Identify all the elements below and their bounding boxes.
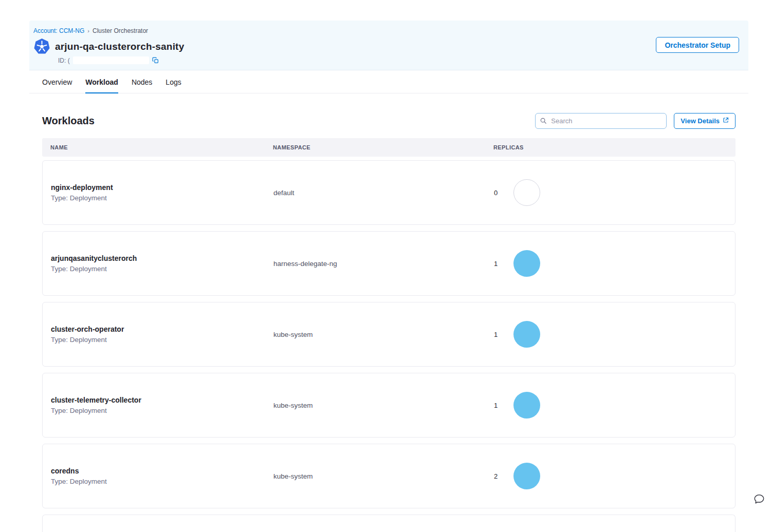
workload-name: nginx-deployment	[51, 183, 273, 192]
workload-type: Type: Deployment	[51, 265, 273, 273]
workload-type: Type: Deployment	[51, 407, 273, 414]
search-icon	[540, 117, 547, 126]
workload-rows: nginx-deployment Type: Deployment defaul…	[42, 160, 736, 508]
content-controls: View Details	[535, 113, 736, 129]
replica-circle	[513, 463, 540, 489]
replica-circle	[513, 392, 540, 419]
page-container: Account: CCM-NG › Cluster Orchestrator	[29, 21, 748, 532]
replica-count: 2	[494, 472, 499, 480]
workload-namespace: default	[273, 189, 494, 197]
table-row[interactable]: arjunqasanityclusterorch Type: Deploymen…	[42, 231, 736, 296]
page-header: Account: CCM-NG › Cluster Orchestrator	[29, 21, 748, 70]
table-header: NAME NAMESPACE REPLICAS	[42, 138, 736, 157]
workload-namespace: kube-system	[273, 402, 494, 409]
workload-name-cell: arjunqasanityclusterorch Type: Deploymen…	[51, 254, 273, 273]
workload-name-cell: cluster-telemetry-collector Type: Deploy…	[51, 396, 273, 414]
tab-overview[interactable]: Overview	[42, 78, 72, 93]
table-row[interactable]: cluster-telemetry-collector Type: Deploy…	[42, 373, 736, 438]
column-header-replicas: REPLICAS	[493, 144, 736, 150]
workload-namespace: kube-system	[273, 331, 494, 338]
replicas-cell: 1	[494, 321, 735, 348]
workload-name-cell: nginx-deployment Type: Deployment	[51, 183, 273, 202]
replica-count: 1	[494, 260, 499, 268]
column-header-name: NAME	[50, 144, 273, 150]
kubernetes-logo-icon	[33, 38, 50, 55]
replica-circle	[513, 321, 540, 348]
workload-namespace: harness-delegate-ng	[273, 260, 494, 268]
content-area: Workloads View Details	[29, 93, 748, 532]
search-box	[535, 113, 667, 129]
table-row[interactable]: coredns Type: Deployment kube-system 2	[42, 444, 736, 508]
breadcrumb-account-link[interactable]: Account: CCM-NG	[33, 27, 84, 34]
view-details-button[interactable]: View Details	[674, 113, 736, 129]
breadcrumb-section[interactable]: Cluster Orchestrator	[93, 27, 148, 34]
cluster-id-masked	[73, 56, 149, 64]
page-title: arjun-qa-clusterorch-sanity	[55, 41, 184, 52]
copy-icon[interactable]	[152, 57, 159, 64]
replicas-cell: 0	[494, 179, 735, 206]
workload-name: coredns	[51, 467, 273, 475]
table-row[interactable]: nginx-deployment Type: Deployment defaul…	[42, 160, 736, 225]
content-header: Workloads View Details	[42, 113, 736, 129]
replica-count: 0	[494, 189, 499, 197]
workload-namespace: kube-system	[273, 472, 494, 480]
table-row-partial[interactable]	[42, 515, 736, 532]
replicas-cell: 2	[494, 463, 735, 489]
workload-name-cell: coredns Type: Deployment	[51, 467, 273, 485]
orchestrator-setup-button[interactable]: Orchestrator Setup	[656, 37, 739, 53]
tab-logs[interactable]: Logs	[166, 78, 181, 93]
tab-nodes[interactable]: Nodes	[132, 78, 152, 93]
table-row[interactable]: cluster-orch-operator Type: Deployment k…	[42, 302, 736, 367]
cluster-id-label: ID: (	[58, 57, 70, 64]
tab-workload[interactable]: Workload	[85, 78, 118, 93]
cluster-id-row: ID: (	[58, 56, 739, 64]
title-row: arjun-qa-clusterorch-sanity	[33, 38, 739, 55]
replicas-cell: 1	[494, 250, 735, 277]
replica-count: 1	[494, 331, 499, 338]
external-link-icon	[723, 117, 729, 125]
replica-count: 1	[494, 402, 499, 409]
workload-name: cluster-orch-operator	[51, 325, 273, 333]
workload-type: Type: Deployment	[51, 478, 273, 485]
workloads-title: Workloads	[42, 115, 95, 127]
workload-name-cell: cluster-orch-operator Type: Deployment	[51, 325, 273, 344]
tab-bar: Overview Workload Nodes Logs	[29, 70, 748, 93]
help-chat-icon[interactable]	[753, 493, 765, 506]
workload-name: cluster-telemetry-collector	[51, 396, 273, 404]
chevron-right-icon: ›	[87, 28, 89, 34]
search-input[interactable]	[535, 113, 667, 129]
view-details-label: View Details	[681, 117, 720, 125]
replicas-cell: 1	[494, 392, 735, 419]
breadcrumb: Account: CCM-NG › Cluster Orchestrator	[33, 27, 739, 34]
column-header-namespace: NAMESPACE	[273, 144, 493, 150]
workload-type: Type: Deployment	[51, 336, 273, 344]
replica-circle	[513, 179, 540, 206]
replica-circle	[513, 250, 540, 277]
workload-name: arjunqasanityclusterorch	[51, 254, 273, 262]
workload-type: Type: Deployment	[51, 194, 273, 202]
